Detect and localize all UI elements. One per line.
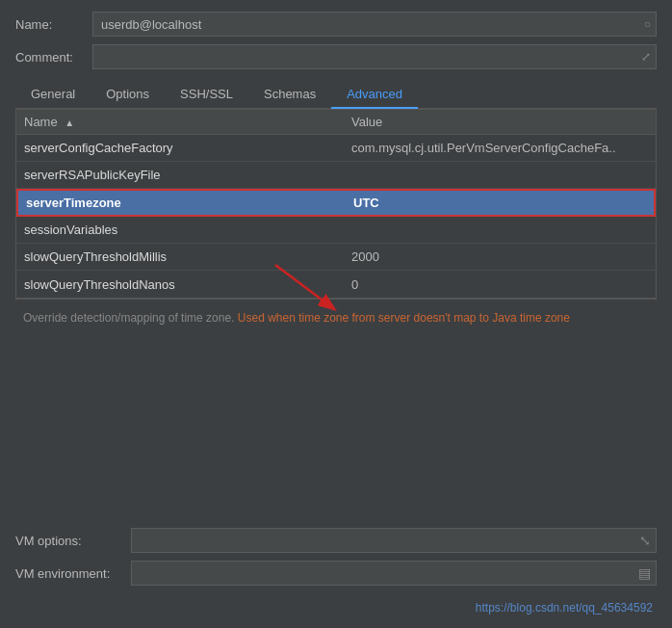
comment-input-wrapper: ⤢ <box>92 44 657 69</box>
description-area: Override detection/mapping of time zone.… <box>15 299 657 336</box>
dialog: Name: ○ Comment: ⤢ General Options SSH/S… <box>0 0 672 628</box>
row-value: 2000 <box>344 245 656 269</box>
row-name: slowQueryThresholdNanos <box>16 273 344 297</box>
sort-arrow: ▲ <box>65 118 74 128</box>
row-name-selected: serverTimezone <box>18 191 346 215</box>
row-name: slowQueryThresholdMillis <box>16 245 344 269</box>
name-field-row: Name: ○ <box>15 12 657 37</box>
footer: https://blog.csdn.net/qq_45634592 <box>15 593 657 616</box>
tabs-bar: General Options SSH/SSL Schemas Advanced <box>15 81 657 109</box>
table-header: Name ▲ Value <box>16 110 656 135</box>
table-row[interactable]: slowQueryThresholdMillis 2000 <box>16 244 656 271</box>
vm-environment-input-wrapper: ▤ <box>131 561 657 586</box>
row-value-selected: UTC <box>346 191 654 215</box>
spacer <box>15 336 657 518</box>
column-value-header: Value <box>344 110 656 134</box>
name-label: Name: <box>15 17 92 32</box>
table-row[interactable]: serverRSAPublicKeyFile <box>16 162 656 189</box>
comment-label: Comment: <box>15 50 92 65</box>
vm-options-input-wrapper: ⤡ <box>131 528 657 553</box>
row-value <box>344 170 656 180</box>
vm-options-input[interactable] <box>131 528 657 553</box>
tab-advanced[interactable]: Advanced <box>331 81 418 109</box>
vm-environment-label: VM environment: <box>15 566 131 581</box>
table-row-selected[interactable]: serverTimezone UTC <box>16 189 656 217</box>
comment-field-row: Comment: ⤢ <box>15 44 657 69</box>
vm-options-row: VM options: ⤡ <box>15 528 657 553</box>
table-row[interactable]: slowQueryThresholdNanos 0 <box>16 271 656 298</box>
row-name: sessionVariables <box>16 218 344 242</box>
column-name-header: Name ▲ <box>16 110 344 134</box>
vm-environment-row: VM environment: ▤ <box>15 561 657 586</box>
table-row[interactable]: sessionVariables <box>16 217 656 244</box>
tab-schemas[interactable]: Schemas <box>248 81 331 109</box>
row-value: com.mysql.cj.util.PerVmServerConfigCache… <box>344 136 656 160</box>
tab-options[interactable]: Options <box>90 81 165 109</box>
name-input[interactable] <box>92 12 657 37</box>
tab-ssh-ssl[interactable]: SSH/SSL <box>165 81 248 109</box>
description-text-normal: Override detection/mapping of time zone. <box>23 311 238 325</box>
name-input-wrapper: ○ <box>92 12 657 37</box>
row-value <box>344 225 656 235</box>
row-value: 0 <box>344 273 656 297</box>
description-text-highlight: Used when time zone from server doesn't … <box>238 311 570 325</box>
comment-input[interactable] <box>92 44 657 69</box>
vm-options-label: VM options: <box>15 534 131 548</box>
vm-environment-input[interactable] <box>131 561 657 586</box>
row-name: serverConfigCacheFactory <box>16 136 344 160</box>
footer-url: https://blog.csdn.net/qq_45634592 <box>476 601 653 615</box>
properties-table: Name ▲ Value serverConfigCacheFactory co… <box>15 109 657 299</box>
row-name: serverRSAPublicKeyFile <box>16 163 344 187</box>
tab-general[interactable]: General <box>15 81 90 109</box>
bottom-fields: VM options: ⤡ VM environment: ▤ <box>15 518 657 593</box>
table-row[interactable]: serverConfigCacheFactory com.mysql.cj.ut… <box>16 135 656 162</box>
